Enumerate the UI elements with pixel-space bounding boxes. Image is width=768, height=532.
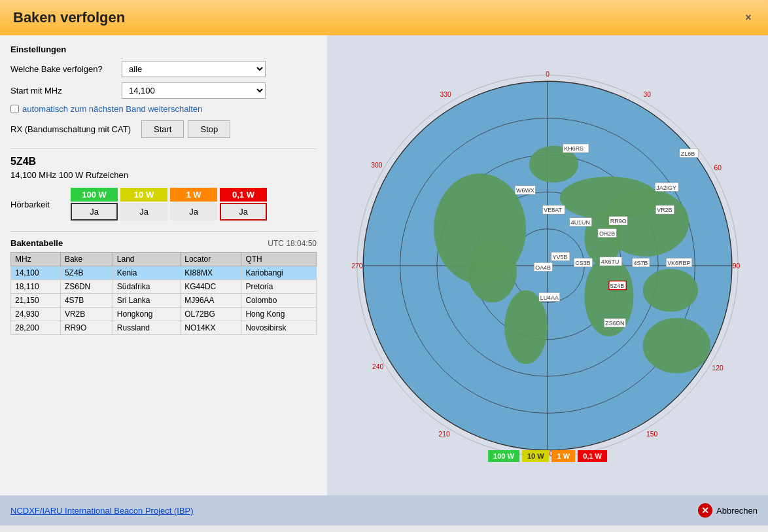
start-mhz-select[interactable]: 14,100 xyxy=(122,82,266,99)
table-cell-bake: RR9O xyxy=(60,321,113,335)
abort-button[interactable]: ✕ Abbrechen xyxy=(698,503,758,518)
svg-text:YV5B: YV5B xyxy=(553,253,568,260)
table-cell-bake: VR2B xyxy=(60,308,113,321)
col-locator: Locator xyxy=(181,253,241,266)
table-cell-qth: Hong Kong xyxy=(241,308,317,321)
abort-label: Abbrechen xyxy=(716,506,758,516)
footer: NCDXF/IARU International Beacon Project … xyxy=(0,495,768,525)
svg-text:0: 0 xyxy=(546,70,550,77)
svg-point-27 xyxy=(643,268,699,311)
start-mhz-label: Start mit MHz xyxy=(10,86,122,96)
svg-text:120: 120 xyxy=(712,364,724,371)
svg-text:VR2B: VR2B xyxy=(657,207,672,213)
start-mhz-row: Start mit MHz 14,100 xyxy=(10,82,317,99)
power-box-1w: 1 W Ja xyxy=(170,188,217,221)
svg-text:W6WX: W6WX xyxy=(516,187,534,194)
table-cell-mhz: 21,150 xyxy=(11,294,61,308)
which-beacon-label: Welche Bake verfolgen? xyxy=(10,64,122,74)
svg-text:330: 330 xyxy=(440,90,451,98)
beacon-id: 5Z4B xyxy=(10,156,317,168)
col-bake: Bake xyxy=(60,253,113,266)
table-header: Bakentabelle UTC 18:04:50 xyxy=(10,238,317,248)
map-container: 0 30 60 90 120 150 180 210 240 270 300 3… xyxy=(345,63,750,469)
power-boxes: 100 W Ja 10 W Ja 1 W Ja 0,1 W Ja xyxy=(71,188,267,221)
col-mhz: MHz xyxy=(11,253,61,266)
ibp-link[interactable]: NCDXF/IARU International Beacon Project … xyxy=(10,506,194,516)
table-cell-locator: NO14KX xyxy=(181,321,241,335)
divider-1 xyxy=(10,149,317,149)
left-panel: Einstellungen Welche Bake verfolgen? all… xyxy=(0,35,327,495)
which-beacon-select[interactable]: alle xyxy=(122,61,266,77)
table-cell-land: Südafrika xyxy=(113,280,180,294)
app-title: Baken verfolgen xyxy=(13,9,125,26)
svg-text:OA4B: OA4B xyxy=(535,264,551,270)
table-row[interactable]: 24,930VR2BHongkongOL72BGHong Kong xyxy=(11,308,317,321)
map-svg: 0 30 60 90 120 150 180 210 240 270 300 3… xyxy=(345,63,750,469)
table-cell-mhz: 24,930 xyxy=(11,308,61,321)
rx-label: RX (Bandumschaltung mit CAT) xyxy=(10,124,141,134)
table-cell-bake: ZS6DN xyxy=(60,280,113,294)
power-btn-10w[interactable]: Ja xyxy=(120,203,167,221)
table-row[interactable]: 18,110ZS6DNSüdafrikaKG44DCPretoria xyxy=(11,280,317,294)
table-cell-locator: OL72BG xyxy=(181,308,241,321)
svg-text:4S7B: 4S7B xyxy=(634,260,648,266)
power-label-100w: 100 W xyxy=(71,188,118,202)
svg-text:VK6RBP: VK6RBP xyxy=(667,260,690,266)
table-row[interactable]: 21,1504S7BSri LankaMJ96AAColombo xyxy=(11,294,317,308)
right-panel: 0 30 60 90 120 150 180 210 240 270 300 3… xyxy=(327,35,768,495)
svg-text:240: 240 xyxy=(372,363,383,370)
power-label-01w: 0,1 W xyxy=(220,188,267,202)
power-btn-100w[interactable]: Ja xyxy=(71,203,118,221)
svg-text:4X6TU: 4X6TU xyxy=(601,258,620,265)
beacon-table: MHz Bake Land Locator QTH 14,1005Z4BKeni… xyxy=(10,252,317,335)
svg-text:60: 60 xyxy=(714,164,722,171)
power-box-10w: 10 W Ja xyxy=(120,188,167,221)
start-button[interactable]: Start xyxy=(141,120,184,138)
power-box-01w: 0,1 W Ja xyxy=(220,188,267,221)
table-section-title: Bakentabelle xyxy=(10,238,63,248)
svg-text:OH2B: OH2B xyxy=(599,230,615,236)
svg-text:CS3B: CS3B xyxy=(575,260,590,266)
auto-switch-checkbox[interactable] xyxy=(10,105,19,113)
horbarkeit-label: Hörbarkeit xyxy=(10,200,63,209)
legend-bar: 100 W 10 W 1 W 0,1 W xyxy=(488,450,607,462)
table-cell-mhz: 14,100 xyxy=(11,266,61,280)
table-body: 14,1005Z4BKeniaKI88MXKariobangi18,110ZS6… xyxy=(11,266,317,335)
abort-icon: ✕ xyxy=(698,503,712,518)
power-label-10w: 10 W xyxy=(120,188,167,202)
settings-title: Einstellungen xyxy=(10,44,317,54)
table-cell-qth: Pretoria xyxy=(241,280,317,294)
table-row[interactable]: 14,1005Z4BKeniaKI88MXKariobangi xyxy=(11,266,317,280)
table-cell-locator: KG44DC xyxy=(181,280,241,294)
legend-1w: 1 W xyxy=(552,450,576,462)
col-qth: QTH xyxy=(241,253,317,266)
svg-text:RR9O: RR9O xyxy=(610,218,627,224)
table-cell-mhz: 28,200 xyxy=(11,321,61,335)
svg-text:210: 210 xyxy=(439,431,450,438)
main-content: Einstellungen Welche Bake verfolgen? all… xyxy=(0,35,768,495)
power-box-100w: 100 W Ja xyxy=(71,188,118,221)
divider-2 xyxy=(10,231,317,232)
power-label-1w: 1 W xyxy=(170,188,217,202)
auto-switch-row: automatisch zum nächsten Band weiterscha… xyxy=(10,104,317,114)
legend-10w: 10 W xyxy=(522,450,550,462)
svg-text:JA2IGY: JA2IGY xyxy=(656,184,676,190)
table-cell-mhz: 18,110 xyxy=(11,280,61,294)
rx-row: RX (Bandumschaltung mit CAT) Start Stop xyxy=(10,120,317,138)
stop-button[interactable]: Stop xyxy=(188,120,230,138)
beacon-info: 14,100 MHz 100 W Rufzeichen xyxy=(10,170,317,180)
power-btn-01w[interactable]: Ja xyxy=(220,203,267,221)
table-row[interactable]: 28,200RR9ORusslandNO14KXNovosibirsk xyxy=(11,321,317,335)
table-cell-qth: Novosibirsk xyxy=(241,321,317,335)
svg-point-30 xyxy=(560,176,658,219)
close-button[interactable]: × xyxy=(742,11,755,24)
svg-text:150: 150 xyxy=(646,431,657,438)
power-btn-1w[interactable]: Ja xyxy=(170,203,217,221)
legend-100w: 100 W xyxy=(488,450,519,462)
table-cell-qth: Kariobangi xyxy=(241,266,317,280)
table-header-row: MHz Bake Land Locator QTH xyxy=(11,253,317,266)
svg-point-22 xyxy=(468,241,517,302)
table-cell-land: Sri Lanka xyxy=(113,294,180,308)
svg-text:VE8AT: VE8AT xyxy=(544,207,562,213)
svg-text:30: 30 xyxy=(643,90,651,98)
